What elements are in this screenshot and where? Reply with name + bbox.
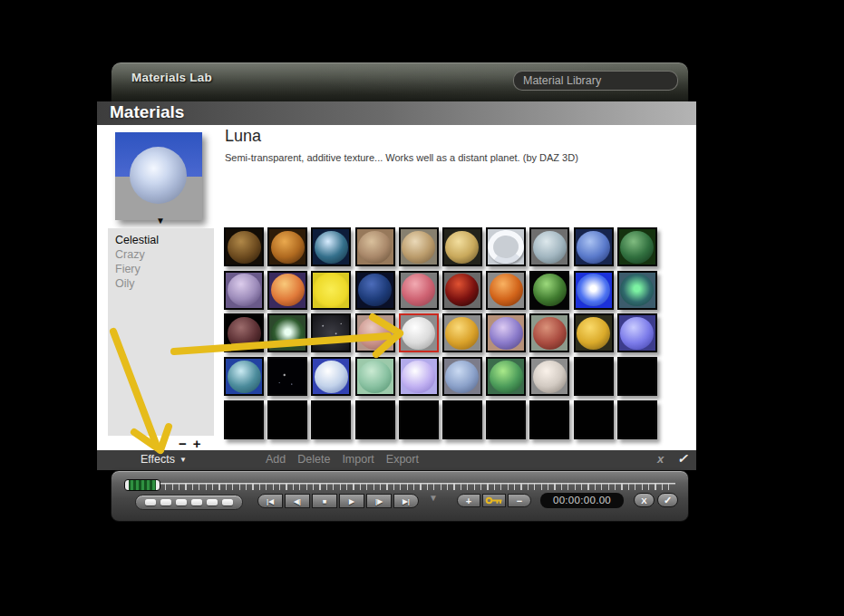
material-cell[interactable] xyxy=(224,271,264,310)
material-cell[interactable] xyxy=(486,227,526,266)
material-sphere xyxy=(358,274,392,306)
material-cell-empty[interactable] xyxy=(267,400,307,439)
material-preview[interactable] xyxy=(115,132,202,220)
key-icon[interactable] xyxy=(482,494,506,507)
material-cell-empty[interactable] xyxy=(617,400,657,439)
nudge-button[interactable] xyxy=(191,499,202,505)
step-forward-button[interactable]: |▶ xyxy=(366,494,392,508)
material-cell[interactable] xyxy=(311,271,351,310)
category-item-crazy[interactable]: Crazy xyxy=(108,247,214,262)
add-keyframe-button[interactable]: + xyxy=(457,494,480,507)
material-cell-empty[interactable] xyxy=(486,400,526,439)
material-sphere xyxy=(271,274,305,306)
skip-end-button[interactable]: ▶| xyxy=(393,494,419,508)
material-cell[interactable] xyxy=(574,227,614,266)
material-library-field[interactable]: Material Library xyxy=(513,71,678,91)
grow-thumbs-button[interactable]: + xyxy=(193,436,201,451)
effects-dropdown[interactable]: Effects▼ xyxy=(141,453,187,466)
material-cell[interactable] xyxy=(224,313,264,352)
material-cell-empty[interactable] xyxy=(529,400,569,439)
material-cell[interactable] xyxy=(486,313,526,352)
material-cell[interactable] xyxy=(486,357,526,396)
material-sphere xyxy=(228,231,261,264)
material-cell[interactable] xyxy=(442,271,482,310)
material-cell-selected[interactable] xyxy=(399,313,439,352)
material-cell[interactable] xyxy=(267,357,307,396)
material-cell[interactable] xyxy=(267,227,307,266)
material-cell[interactable] xyxy=(617,271,657,310)
import-button[interactable]: Import xyxy=(342,453,373,466)
time-display: 00:00:00.00 xyxy=(540,493,624,508)
material-cell-empty[interactable] xyxy=(311,400,351,439)
material-cell-empty[interactable] xyxy=(355,400,395,439)
delete-button[interactable]: Delete xyxy=(297,453,330,466)
nudge-button[interactable] xyxy=(145,499,156,505)
category-item-fiery[interactable]: Fiery xyxy=(108,262,214,276)
material-cell[interactable] xyxy=(399,271,439,310)
timeline-options-icon[interactable]: ▼ xyxy=(429,493,438,503)
shrink-thumbs-button[interactable]: − xyxy=(179,436,187,451)
material-cell[interactable] xyxy=(355,271,395,310)
confirm-icon[interactable]: ✓ xyxy=(677,451,688,466)
export-button[interactable]: Export xyxy=(386,453,419,466)
materials-header-band: Materials xyxy=(97,101,696,125)
material-cell[interactable] xyxy=(355,357,395,396)
material-cell[interactable] xyxy=(399,227,439,266)
material-cell[interactable] xyxy=(529,313,569,352)
material-sphere xyxy=(490,317,523,350)
effects-label: Effects xyxy=(141,453,175,466)
material-cell[interactable] xyxy=(529,227,569,266)
material-cell[interactable] xyxy=(355,227,395,266)
material-cell[interactable] xyxy=(442,313,482,352)
skip-start-button[interactable]: |◀ xyxy=(257,494,283,508)
material-cell[interactable] xyxy=(529,357,569,396)
material-cell[interactable] xyxy=(311,357,351,396)
stop-button[interactable]: ■ xyxy=(312,494,337,508)
timeline-cancel-button[interactable]: X xyxy=(634,493,655,507)
cancel-icon[interactable]: x xyxy=(657,452,664,466)
add-button[interactable]: Add xyxy=(266,453,286,466)
material-cell-empty[interactable] xyxy=(574,357,614,396)
play-button[interactable]: ▶ xyxy=(339,494,364,508)
key-icon-glyph xyxy=(485,496,503,505)
preview-dropdown-icon[interactable]: ▼ xyxy=(156,216,165,226)
material-cell[interactable] xyxy=(399,357,439,396)
material-cell[interactable] xyxy=(311,227,351,266)
material-cell-empty[interactable] xyxy=(617,357,657,396)
material-sphere xyxy=(228,274,261,306)
nudge-button[interactable] xyxy=(222,499,233,505)
material-sphere xyxy=(313,273,349,308)
material-cell[interactable] xyxy=(267,313,307,352)
remove-keyframe-button[interactable]: − xyxy=(508,494,531,507)
material-cell[interactable] xyxy=(224,227,264,266)
step-back-button[interactable]: ◀| xyxy=(285,494,310,508)
nudge-button[interactable] xyxy=(160,499,171,505)
material-cell[interactable] xyxy=(617,227,657,266)
material-cell[interactable] xyxy=(442,227,482,266)
material-cell[interactable] xyxy=(355,313,395,352)
keyframe-controls: + − xyxy=(457,494,531,507)
timeline-ruler[interactable] xyxy=(126,483,675,490)
material-cell[interactable] xyxy=(311,313,351,352)
material-cell-empty[interactable] xyxy=(574,400,614,439)
category-item-oily[interactable]: Oily xyxy=(108,276,214,291)
material-cell[interactable] xyxy=(224,357,264,396)
material-sphere xyxy=(358,317,392,350)
material-cell[interactable] xyxy=(529,271,569,310)
nudge-button[interactable] xyxy=(176,499,187,505)
material-sphere xyxy=(402,274,435,306)
material-sphere xyxy=(445,361,479,393)
material-cell[interactable] xyxy=(442,357,482,396)
material-cell-empty[interactable] xyxy=(224,400,264,439)
material-cell-empty[interactable] xyxy=(442,400,482,439)
timeline-scrubber[interactable] xyxy=(124,479,160,491)
material-cell[interactable] xyxy=(267,271,307,310)
material-cell[interactable] xyxy=(574,313,614,352)
category-item-celestial[interactable]: Celestial xyxy=(108,233,214,247)
material-cell[interactable] xyxy=(574,271,614,310)
material-cell[interactable] xyxy=(486,271,526,310)
material-cell[interactable] xyxy=(617,313,657,352)
material-cell-empty[interactable] xyxy=(399,400,439,439)
nudge-button[interactable] xyxy=(207,499,218,505)
timeline-confirm-button[interactable]: ✓ xyxy=(657,493,678,507)
